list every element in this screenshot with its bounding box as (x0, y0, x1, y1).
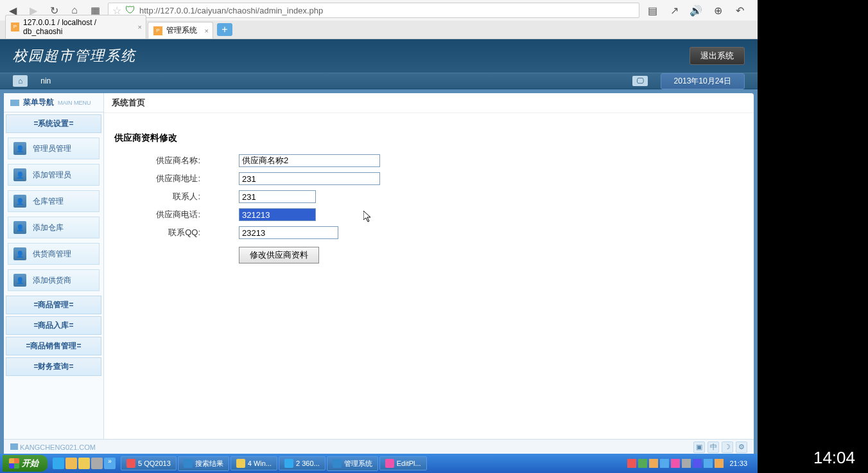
ime-icon-2[interactable]: 中 (707, 442, 719, 453)
admin-icon (333, 459, 342, 468)
quick-chevron-icon[interactable]: » (104, 458, 116, 469)
ime-icon-1[interactable]: ▣ (693, 442, 705, 453)
quick-desktop-icon[interactable] (65, 458, 77, 469)
tray-icon[interactable] (693, 459, 702, 468)
menu-item-label: 供货商管理 (33, 249, 71, 260)
menu-warehouse-manage[interactable]: 👤 仓库管理 (8, 190, 100, 212)
section-system[interactable]: =系统设置= (6, 114, 101, 133)
home-icon[interactable]: ⌂ (13, 75, 28, 87)
breadcrumb: 系统首页 (104, 93, 754, 113)
tray-icon[interactable] (682, 459, 691, 468)
menu-header-label: 菜单导航 (23, 97, 54, 108)
editplus-icon (385, 459, 394, 468)
section-goods-sale[interactable]: =商品销售管理= (6, 337, 101, 355)
input-contact[interactable] (239, 190, 316, 203)
new-tab-button[interactable]: + (217, 23, 232, 36)
footer-credit-text: KANGCHENG021.COM (20, 443, 96, 451)
compat-icon[interactable]: ▤ (645, 3, 660, 18)
quick-app-icon[interactable] (91, 458, 103, 469)
app-footer: KANGCHENG021.COM ▣ 中 ☽ ⚙ (4, 439, 754, 454)
menu-add-supplier[interactable]: 👤 添加供货商 (8, 269, 100, 291)
menu-item-label: 添加供货商 (33, 275, 71, 286)
tray-icon[interactable] (715, 459, 724, 468)
tb-label: 搜索结果 (195, 459, 223, 469)
qq-icon (126, 459, 135, 468)
download-icon[interactable]: ⊕ (710, 3, 725, 18)
tray-icon[interactable] (638, 459, 647, 468)
monitor-icon: 🖵 (632, 76, 648, 86)
windows-logo-icon (9, 458, 19, 469)
user-icon: 👤 (13, 195, 26, 208)
search-app-icon (184, 459, 193, 468)
taskbar-item-explorer[interactable]: 4 Win... (230, 456, 277, 470)
close-icon[interactable]: × (205, 27, 209, 35)
close-icon[interactable]: × (138, 23, 142, 31)
start-button[interactable]: 开始 (3, 455, 48, 472)
start-label: 开始 (22, 458, 39, 469)
pma-icon: P (11, 22, 19, 31)
ime-icon-3[interactable]: ☽ (722, 442, 733, 453)
tray-icon[interactable] (671, 459, 680, 468)
taskbar: 开始 » 5 QQ2013 搜索结果 4 Win... 2 360... 管理系… (0, 454, 758, 473)
url-bar[interactable]: ☆ 🛡 http://127.0.0.1/caiyuan/chaoshi/adm… (108, 3, 639, 18)
tb-label: 5 QQ2013 (138, 460, 171, 467)
input-supplier-name[interactable] (239, 154, 380, 167)
system-tray: 21:33 (623, 459, 755, 468)
tab-admin-system[interactable]: P 管理系统 × (148, 22, 213, 39)
date-display: 2013年10月24日 (661, 73, 745, 89)
taskbar-item-qq[interactable]: 5 QQ2013 (121, 456, 177, 470)
footer-credit: KANGCHENG021.COM (10, 443, 96, 451)
taskbar-item-search[interactable]: 搜索结果 (178, 456, 229, 471)
sub-header: ⌂ nin 🖵 2013年10月24日 (0, 73, 758, 89)
logout-button[interactable]: 退出系统 (690, 47, 745, 65)
user-icon: 👤 (13, 221, 26, 234)
taskbar-item-admin[interactable]: 管理系统 (327, 456, 378, 471)
section-finance[interactable]: =财务查询= (6, 357, 101, 376)
input-supplier-phone[interactable] (239, 208, 316, 221)
content-wrap: 菜单导航 MAIN MENU =系统设置= 👤 管理员管理 👤 添加管理员 👤 … (4, 93, 754, 445)
tray-icon[interactable] (627, 459, 636, 468)
taskbar-item-360[interactable]: 2 360... (279, 456, 326, 470)
section-goods-in[interactable]: =商品入库= (6, 316, 101, 335)
menu-item-label: 添加管理员 (33, 170, 71, 181)
menu-item-label: 管理员管理 (33, 143, 71, 154)
input-supplier-address[interactable] (239, 172, 380, 185)
tray-icon[interactable] (704, 459, 713, 468)
tab-phpmyadmin[interactable]: P 127.0.0.1 / localhost / db_chaoshi × (5, 15, 146, 39)
menu-header: 菜单导航 MAIN MENU (4, 93, 103, 112)
menu-icon (10, 100, 19, 106)
tray-icon[interactable] (649, 459, 658, 468)
video-timestamp: 14:04 (813, 448, 855, 468)
menu-add-admin[interactable]: 👤 添加管理员 (8, 164, 100, 186)
sound-icon[interactable]: 🔊 (688, 3, 704, 18)
browser-chrome: ◀ ▶ ↻ ⌂ ▦ ☆ 🛡 http://127.0.0.1/caiyuan/c… (0, 0, 758, 39)
taskbar-item-editplus[interactable]: EditPl... (379, 456, 427, 470)
folder-icon (236, 459, 245, 468)
menu-admin-manage[interactable]: 👤 管理员管理 (8, 138, 100, 159)
form-title: 供应商资料修改 (110, 132, 747, 144)
quick-ie-icon[interactable] (53, 458, 64, 469)
tray-icon[interactable] (660, 459, 669, 468)
clock[interactable]: 21:33 (725, 460, 751, 467)
ime-icon-4[interactable]: ⚙ (736, 442, 747, 453)
quick-launch: » (49, 458, 119, 469)
user-icon: 👤 (13, 142, 26, 155)
main-content: 系统首页 供应商资料修改 供应商名称: 供应商地址: 联系人: 供应商电话: (104, 93, 754, 445)
undo-icon[interactable]: ↶ (732, 3, 747, 18)
label-supplier-name: 供应商名称: (110, 155, 239, 166)
section-goods-manage[interactable]: =商品管理= (6, 296, 101, 314)
sidebar: 菜单导航 MAIN MENU =系统设置= 👤 管理员管理 👤 添加管理员 👤 … (4, 93, 104, 445)
tab-label: 管理系统 (166, 25, 197, 36)
submit-button[interactable]: 修改供应商资料 (239, 247, 319, 263)
menu-supplier-manage[interactable]: 👤 供货商管理 (8, 243, 100, 265)
menu-add-warehouse[interactable]: 👤 添加仓库 (8, 217, 100, 238)
browser-icon (284, 459, 293, 468)
pma-icon: P (153, 26, 162, 35)
menu-item-label: 添加仓库 (33, 222, 64, 233)
input-qq[interactable] (239, 226, 338, 239)
tab-label: 127.0.0.1 / localhost / db_chaoshi (23, 18, 130, 36)
label-qq: 联系QQ: (110, 227, 239, 238)
share-icon[interactable]: ↗ (666, 3, 682, 18)
tb-label: 4 Win... (248, 460, 272, 467)
quick-folder-icon[interactable] (78, 458, 90, 469)
